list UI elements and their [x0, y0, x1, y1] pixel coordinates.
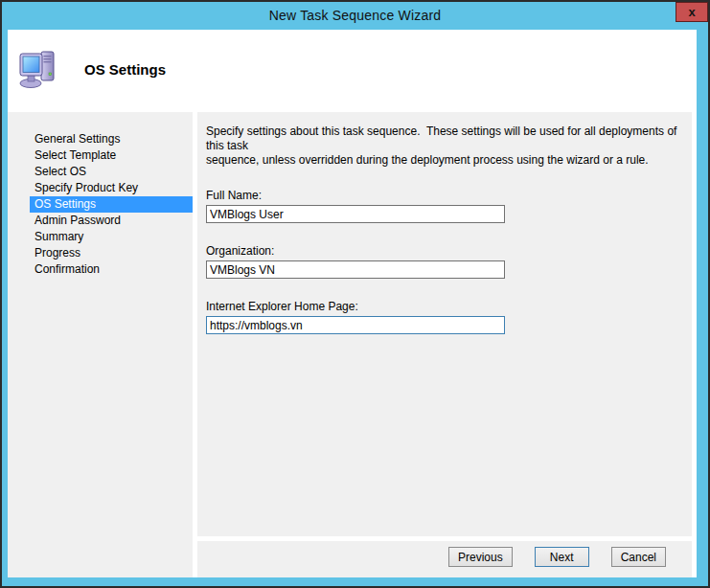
description-text: Specify settings about this task sequenc… [206, 124, 687, 168]
wizard-window: New Task Sequence Wizard x [0, 0, 710, 588]
sidebar-item-select-template[interactable]: Select Template [30, 147, 193, 164]
close-icon: x [688, 6, 695, 18]
main-panel: Specify settings about this task sequenc… [197, 112, 692, 536]
cancel-button[interactable]: Cancel [611, 547, 666, 567]
form-field: Full Name: [206, 189, 682, 223]
wizard-steps-list: General Settings Select Template Select … [8, 112, 193, 577]
next-button[interactable]: Next [535, 547, 589, 567]
close-button[interactable]: x [676, 2, 708, 22]
full-name-field[interactable] [206, 205, 505, 223]
sidebar-item-label: Confirmation [34, 262, 100, 276]
sidebar-item-summary[interactable]: Summary [30, 229, 193, 245]
sidebar-item-label: OS Settings [34, 197, 96, 211]
title-bar[interactable]: New Task Sequence Wizard [2, 2, 708, 28]
sidebar-item-specify-product-key[interactable]: Specify Product Key [30, 180, 193, 196]
sidebar-item-select-os[interactable]: Select OS [30, 164, 193, 180]
field-label: Full Name: [206, 189, 682, 202]
page-title: OS Settings [84, 61, 166, 78]
form-fields: Full Name: Organization: Internet Explor… [206, 189, 682, 334]
sidebar-item-label: Progress [34, 246, 80, 260]
form-field: Organization: [206, 244, 682, 279]
sidebar-item-general-settings[interactable]: General Settings [30, 131, 193, 147]
client-area: OS Settings General Settings Select Temp… [8, 30, 697, 577]
sidebar-item-label: Summary [34, 230, 83, 243]
button-bar: Previous Next Cancel [197, 541, 692, 577]
computer-icon [19, 50, 59, 90]
sidebar-item-label: Admin Password [34, 214, 121, 227]
field-label: Organization: [206, 244, 682, 258]
sidebar-item-os-settings[interactable]: OS Settings [30, 196, 193, 213]
sidebar-item-progress[interactable]: Progress [30, 245, 193, 261]
sidebar-item-confirmation[interactable]: Confirmation [30, 261, 193, 278]
form-field: Internet Explorer Home Page: [206, 300, 682, 334]
sidebar-item-label: Select Template [34, 148, 116, 162]
sidebar-item-admin-password[interactable]: Admin Password [30, 213, 193, 229]
sidebar-item-label: General Settings [34, 132, 120, 146]
field-label: Internet Explorer Home Page: [206, 300, 682, 313]
organization-field[interactable] [206, 260, 505, 279]
previous-button[interactable]: Previous [448, 547, 513, 567]
sidebar-item-label: Select OS [34, 165, 86, 178]
sidebar-item-label: Specify Product Key [34, 181, 138, 194]
window-title: New Task Sequence Wizard [269, 8, 442, 23]
ie-home-page-field[interactable] [206, 316, 505, 334]
wizard-header: OS Settings [8, 30, 697, 112]
